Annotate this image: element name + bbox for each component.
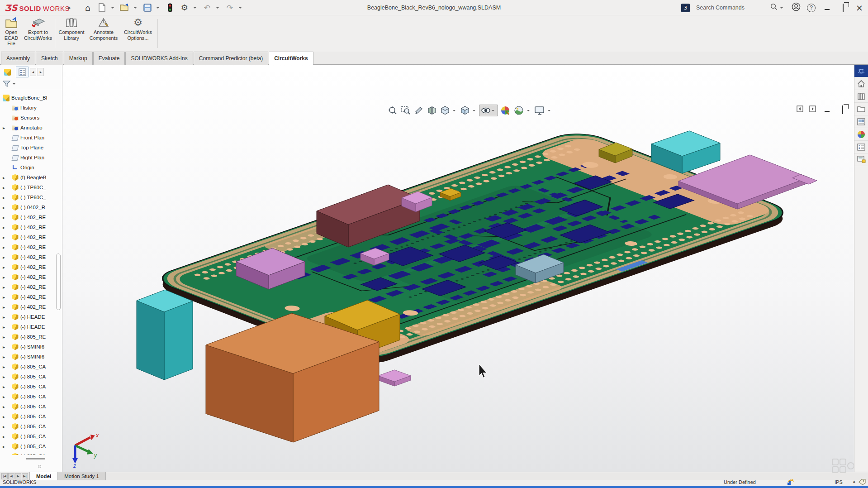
restore-button[interactable] xyxy=(838,4,848,12)
graphics-viewport[interactable] xyxy=(62,65,868,472)
panel-scroll-dot[interactable] xyxy=(38,465,41,468)
tree-row[interactable]: History xyxy=(0,103,56,113)
tree-row[interactable]: ▸ (-) HEADE xyxy=(0,322,56,332)
tree-row[interactable]: ▸ (-) 805_CA xyxy=(0,402,56,411)
tree-row[interactable]: ▸ (-) TP60C_ xyxy=(0,192,56,202)
tree-row[interactable]: ▸ (-) 805_CA xyxy=(0,372,56,382)
tree-row[interactable]: ▸ (-) 805_CA xyxy=(0,392,56,402)
close-button[interactable]: × xyxy=(854,3,864,13)
tree-row[interactable]: ▸ (-) 402_RE xyxy=(0,282,56,292)
expand-arrow-icon[interactable]: ▸ xyxy=(2,195,12,200)
edit-appearance-icon[interactable] xyxy=(499,105,512,116)
open-document-icon[interactable] xyxy=(119,2,131,14)
expand-arrow-icon[interactable]: ▸ xyxy=(2,404,12,409)
tree-row[interactable]: ▸ (-) 402_RE xyxy=(0,262,56,272)
assembly-manager-tab[interactable] xyxy=(2,67,14,77)
tree-row[interactable]: Front Plan xyxy=(0,133,56,143)
tree-row[interactable]: BeagleBone_Bl xyxy=(0,93,56,103)
expand-arrow-icon[interactable]: ▸ xyxy=(2,265,12,270)
tree-row[interactable]: ▸ (-) 805_CA xyxy=(0,421,56,431)
dropdown-icon[interactable] xyxy=(157,7,159,10)
panel-scroll-left-icon[interactable]: ◂ xyxy=(30,68,36,76)
tag-icon[interactable] xyxy=(859,479,866,486)
expand-arrow-icon[interactable]: ▸ xyxy=(2,424,12,429)
export-to-circuitworks-button[interactable]: Export to CircuitWorks xyxy=(23,17,53,41)
expand-arrow-icon[interactable]: ▸ xyxy=(2,454,12,455)
search-icon[interactable] xyxy=(770,3,778,12)
expand-arrow-icon[interactable]: ▸ xyxy=(2,315,12,320)
view-settings-icon[interactable] xyxy=(533,105,546,116)
minimize-button[interactable] xyxy=(822,4,832,12)
units-caret-icon[interactable]: ▴ xyxy=(853,479,855,483)
annotate-components-button[interactable]: Annotate Components xyxy=(88,17,119,41)
expand-arrow-icon[interactable]: ▸ xyxy=(2,414,12,419)
dropdown-icon[interactable] xyxy=(548,110,550,113)
tree-row[interactable]: ▸ (-) 0402_R xyxy=(0,202,56,212)
expand-arrow-icon[interactable]: ▸ xyxy=(2,364,12,369)
ribbon-tab[interactable]: Assembly xyxy=(1,52,35,65)
zoom-to-area-icon[interactable] xyxy=(400,105,412,116)
dropdown-icon[interactable] xyxy=(239,7,242,10)
expand-arrow-icon[interactable]: ▸ xyxy=(2,215,12,220)
hide-show-items-icon[interactable] xyxy=(479,105,498,116)
tree-row[interactable]: ▸ (-) 402_RE xyxy=(0,232,56,242)
ribbon-tab[interactable]: Sketch xyxy=(36,52,63,65)
save-icon[interactable] xyxy=(142,2,153,14)
tree-row[interactable]: ▸ (-) 402_RE xyxy=(0,252,56,262)
redo-icon[interactable]: ↷ xyxy=(224,2,236,14)
file-explorer-button[interactable] xyxy=(854,103,868,115)
expand-arrow-icon[interactable]: ▸ xyxy=(2,325,12,330)
doc-minimize-button[interactable] xyxy=(822,106,832,114)
tab-nav-button[interactable]: |◀ xyxy=(1,473,8,479)
tree-row[interactable]: ▸ (-) SMINI6 xyxy=(0,352,56,362)
expand-arrow-icon[interactable]: ▸ xyxy=(2,444,12,449)
expand-arrow-icon[interactable]: ▸ xyxy=(2,344,12,349)
expand-arrow-icon[interactable]: ▸ xyxy=(2,255,12,260)
dropdown-icon[interactable] xyxy=(453,110,455,113)
undo-icon[interactable]: ↶ xyxy=(201,2,213,14)
expand-arrow-icon[interactable]: ▸ xyxy=(2,235,12,240)
previous-view-icon[interactable] xyxy=(413,105,425,116)
tree-row[interactable]: ▸ (-) 805_CA xyxy=(0,382,56,392)
expand-arrow-icon[interactable]: ▸ xyxy=(2,295,12,300)
expand-arrow-icon[interactable]: ▸ xyxy=(2,225,12,230)
dropdown-icon[interactable] xyxy=(194,7,196,10)
tree-row[interactable]: Origin xyxy=(0,163,56,172)
ribbon-tab[interactable]: CircuitWorks xyxy=(269,52,313,65)
document-tab[interactable]: Motion Study 1 xyxy=(58,472,106,480)
ribbon-tab[interactable]: Markup xyxy=(64,52,93,65)
collapse-left-pane-icon[interactable] xyxy=(797,105,803,114)
marketplace-button[interactable] xyxy=(854,65,868,77)
tab-nav-button[interactable]: ▶ xyxy=(15,473,21,479)
dropdown-icon[interactable] xyxy=(492,110,494,113)
tree-row[interactable]: ▸ (-) 402_RE xyxy=(0,292,56,302)
tree-row[interactable]: ▸ (-) 402_RE xyxy=(0,212,56,222)
dropdown-icon[interactable] xyxy=(216,7,219,10)
menu-expand-icon[interactable]: ▶ xyxy=(68,5,71,10)
tree-row[interactable]: ▸ (-) 805_CA xyxy=(0,362,56,372)
rebuild-icon[interactable] xyxy=(787,479,794,486)
tree-row[interactable]: ▸ (-) TP60C_ xyxy=(0,182,56,192)
tree-row[interactable]: ▸ (f) BeagleB xyxy=(0,172,56,182)
section-view-icon[interactable] xyxy=(426,105,438,116)
dropdown-icon[interactable] xyxy=(473,110,475,113)
resources-button[interactable] xyxy=(854,77,868,90)
expand-arrow-icon[interactable]: ▸ xyxy=(2,285,12,290)
expand-arrow-icon[interactable]: ▸ xyxy=(2,175,12,180)
expand-arrow-icon[interactable]: ▸ xyxy=(2,275,12,280)
home-icon[interactable]: ⌂ xyxy=(82,2,94,14)
tree-row[interactable]: ▸ (-) 805_CA xyxy=(0,431,56,441)
tree-row[interactable]: ▸ (-) 805_RE xyxy=(0,332,56,342)
ribbon-tab[interactable]: SOLIDWORKS Add-Ins xyxy=(125,52,193,65)
tree-row[interactable]: Top Plane xyxy=(0,143,56,153)
expand-arrow-icon[interactable]: ▸ xyxy=(2,205,12,210)
view-palette-button[interactable] xyxy=(854,115,868,128)
tree-row[interactable]: ▸ (-) 402_RE xyxy=(0,242,56,252)
expand-arrow-icon[interactable]: ▸ xyxy=(2,305,12,310)
collapse-right-pane-icon[interactable] xyxy=(809,105,816,114)
dropdown-icon[interactable] xyxy=(13,83,15,86)
search-dropdown-icon[interactable] xyxy=(780,7,783,10)
search-input[interactable] xyxy=(696,5,764,11)
custom-properties-button[interactable] xyxy=(854,141,868,153)
expand-arrow-icon[interactable]: ▸ xyxy=(2,434,12,439)
